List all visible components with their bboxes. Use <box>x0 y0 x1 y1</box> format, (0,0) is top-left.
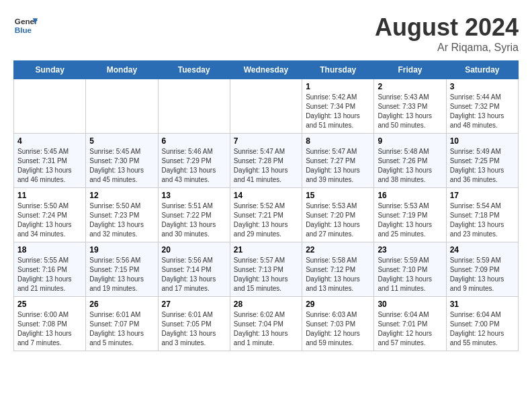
day-number: 16 <box>378 191 442 200</box>
day-number: 18 <box>17 245 82 255</box>
day-info: Sunrise: 6:00 AM Sunset: 7:08 PM Dayligh… <box>17 310 82 348</box>
calendar-day-cell: 21Sunrise: 5:57 AM Sunset: 7:13 PM Dayli… <box>230 242 302 297</box>
day-info: Sunrise: 5:48 AM Sunset: 7:26 PM Dayligh… <box>378 147 442 185</box>
calendar-day-cell: 10Sunrise: 5:49 AM Sunset: 7:25 PM Dayli… <box>446 134 518 188</box>
month-year: August 2024 <box>375 13 519 42</box>
calendar-day-cell: 3Sunrise: 5:44 AM Sunset: 7:32 PM Daylig… <box>446 79 518 134</box>
calendar-day-cell: 31Sunrise: 6:04 AM Sunset: 7:00 PM Dayli… <box>446 297 518 351</box>
day-number: 3 <box>450 82 515 91</box>
day-info: Sunrise: 6:01 AM Sunset: 7:07 PM Dayligh… <box>89 310 154 348</box>
weekday-header-cell: Wednesday <box>230 61 302 79</box>
day-number: 31 <box>450 300 515 309</box>
calendar-day-cell <box>158 79 230 134</box>
day-number: 1 <box>306 82 370 91</box>
day-number: 6 <box>162 136 226 146</box>
day-number: 30 <box>378 300 442 309</box>
day-info: Sunrise: 6:04 AM Sunset: 7:01 PM Dayligh… <box>378 310 442 348</box>
calendar-day-cell: 22Sunrise: 5:58 AM Sunset: 7:12 PM Dayli… <box>302 242 374 297</box>
day-number: 22 <box>306 245 370 255</box>
day-info: Sunrise: 6:01 AM Sunset: 7:05 PM Dayligh… <box>162 310 226 348</box>
calendar-day-cell: 27Sunrise: 6:01 AM Sunset: 7:05 PM Dayli… <box>158 297 230 351</box>
day-number: 24 <box>450 245 515 255</box>
day-number: 14 <box>234 191 298 200</box>
calendar-day-cell: 9Sunrise: 5:48 AM Sunset: 7:26 PM Daylig… <box>374 134 446 188</box>
weekday-header-cell: Sunday <box>14 61 86 79</box>
day-info: Sunrise: 5:53 AM Sunset: 7:20 PM Dayligh… <box>306 201 370 239</box>
calendar-table: SundayMondayTuesdayWednesdayThursdayFrid… <box>13 60 519 351</box>
calendar-day-cell: 4Sunrise: 5:45 AM Sunset: 7:31 PM Daylig… <box>14 134 86 188</box>
day-info: Sunrise: 5:58 AM Sunset: 7:12 PM Dayligh… <box>306 256 370 293</box>
day-info: Sunrise: 5:56 AM Sunset: 7:15 PM Dayligh… <box>89 256 154 293</box>
calendar-day-cell: 24Sunrise: 5:59 AM Sunset: 7:09 PM Dayli… <box>446 242 518 297</box>
calendar-week-row: 25Sunrise: 6:00 AM Sunset: 7:08 PM Dayli… <box>14 297 519 351</box>
calendar-week-row: 1Sunrise: 5:42 AM Sunset: 7:34 PM Daylig… <box>14 79 519 134</box>
day-info: Sunrise: 5:50 AM Sunset: 7:24 PM Dayligh… <box>17 201 82 239</box>
weekday-header-cell: Monday <box>86 61 158 79</box>
day-number: 12 <box>89 191 154 200</box>
calendar-week-row: 11Sunrise: 5:50 AM Sunset: 7:24 PM Dayli… <box>14 188 519 242</box>
day-number: 19 <box>89 245 154 255</box>
day-info: Sunrise: 5:53 AM Sunset: 7:19 PM Dayligh… <box>378 201 442 239</box>
calendar-day-cell: 20Sunrise: 5:56 AM Sunset: 7:14 PM Dayli… <box>158 242 230 297</box>
day-number: 8 <box>306 136 370 146</box>
day-info: Sunrise: 5:46 AM Sunset: 7:29 PM Dayligh… <box>162 147 226 185</box>
page-header: General Blue August 2024 Ar Riqama, Syri… <box>13 13 519 54</box>
day-number: 7 <box>234 136 298 146</box>
day-number: 27 <box>162 300 226 309</box>
day-number: 4 <box>17 136 82 146</box>
day-number: 9 <box>378 136 442 146</box>
day-number: 25 <box>17 300 82 309</box>
day-number: 26 <box>89 300 154 309</box>
calendar-week-row: 18Sunrise: 5:55 AM Sunset: 7:16 PM Dayli… <box>14 242 519 297</box>
calendar-day-cell: 25Sunrise: 6:00 AM Sunset: 7:08 PM Dayli… <box>14 297 86 351</box>
weekday-header-row: SundayMondayTuesdayWednesdayThursdayFrid… <box>14 61 519 79</box>
calendar-day-cell: 6Sunrise: 5:46 AM Sunset: 7:29 PM Daylig… <box>158 134 230 188</box>
svg-text:Blue: Blue <box>15 26 32 34</box>
day-info: Sunrise: 6:02 AM Sunset: 7:04 PM Dayligh… <box>234 310 298 348</box>
calendar-day-cell: 29Sunrise: 6:03 AM Sunset: 7:03 PM Dayli… <box>302 297 374 351</box>
weekday-header-cell: Friday <box>374 61 446 79</box>
day-number: 21 <box>234 245 298 255</box>
title-block: August 2024 Ar Riqama, Syria <box>375 13 519 54</box>
day-info: Sunrise: 5:59 AM Sunset: 7:09 PM Dayligh… <box>450 256 515 293</box>
day-info: Sunrise: 5:52 AM Sunset: 7:21 PM Dayligh… <box>234 201 298 239</box>
calendar-day-cell: 18Sunrise: 5:55 AM Sunset: 7:16 PM Dayli… <box>14 242 86 297</box>
calendar-day-cell: 7Sunrise: 5:47 AM Sunset: 7:28 PM Daylig… <box>230 134 302 188</box>
day-number: 2 <box>378 82 442 91</box>
day-info: Sunrise: 6:04 AM Sunset: 7:00 PM Dayligh… <box>450 310 515 348</box>
calendar-day-cell: 14Sunrise: 5:52 AM Sunset: 7:21 PM Dayli… <box>230 188 302 242</box>
day-number: 29 <box>306 300 370 309</box>
day-info: Sunrise: 5:45 AM Sunset: 7:30 PM Dayligh… <box>89 147 154 185</box>
day-info: Sunrise: 5:47 AM Sunset: 7:27 PM Dayligh… <box>306 147 370 185</box>
day-number: 11 <box>17 191 82 200</box>
calendar-day-cell <box>230 79 302 134</box>
calendar-day-cell: 15Sunrise: 5:53 AM Sunset: 7:20 PM Dayli… <box>302 188 374 242</box>
calendar-day-cell <box>86 79 158 134</box>
day-info: Sunrise: 5:54 AM Sunset: 7:18 PM Dayligh… <box>450 201 515 239</box>
day-info: Sunrise: 5:47 AM Sunset: 7:28 PM Dayligh… <box>234 147 298 185</box>
calendar-day-cell: 19Sunrise: 5:56 AM Sunset: 7:15 PM Dayli… <box>86 242 158 297</box>
calendar-day-cell: 26Sunrise: 6:01 AM Sunset: 7:07 PM Dayli… <box>86 297 158 351</box>
day-info: Sunrise: 5:55 AM Sunset: 7:16 PM Dayligh… <box>17 256 82 293</box>
day-info: Sunrise: 5:59 AM Sunset: 7:10 PM Dayligh… <box>378 256 442 293</box>
calendar-day-cell: 12Sunrise: 5:50 AM Sunset: 7:23 PM Dayli… <box>86 188 158 242</box>
day-number: 28 <box>234 300 298 309</box>
day-number: 20 <box>162 245 226 255</box>
calendar-day-cell: 11Sunrise: 5:50 AM Sunset: 7:24 PM Dayli… <box>14 188 86 242</box>
calendar-day-cell: 17Sunrise: 5:54 AM Sunset: 7:18 PM Dayli… <box>446 188 518 242</box>
calendar-day-cell: 5Sunrise: 5:45 AM Sunset: 7:30 PM Daylig… <box>86 134 158 188</box>
calendar-day-cell: 2Sunrise: 5:43 AM Sunset: 7:33 PM Daylig… <box>374 79 446 134</box>
calendar-day-cell: 30Sunrise: 6:04 AM Sunset: 7:01 PM Dayli… <box>374 297 446 351</box>
calendar-day-cell: 23Sunrise: 5:59 AM Sunset: 7:10 PM Dayli… <box>374 242 446 297</box>
day-number: 13 <box>162 191 226 200</box>
day-info: Sunrise: 5:49 AM Sunset: 7:25 PM Dayligh… <box>450 147 515 185</box>
day-info: Sunrise: 5:56 AM Sunset: 7:14 PM Dayligh… <box>162 256 226 293</box>
day-info: Sunrise: 5:51 AM Sunset: 7:22 PM Dayligh… <box>162 201 226 239</box>
calendar-day-cell <box>14 79 86 134</box>
calendar-body: 1Sunrise: 5:42 AM Sunset: 7:34 PM Daylig… <box>14 79 519 351</box>
day-number: 23 <box>378 245 442 255</box>
calendar-week-row: 4Sunrise: 5:45 AM Sunset: 7:31 PM Daylig… <box>14 134 519 188</box>
day-info: Sunrise: 5:42 AM Sunset: 7:34 PM Dayligh… <box>306 93 370 130</box>
day-number: 10 <box>450 136 515 146</box>
day-info: Sunrise: 5:43 AM Sunset: 7:33 PM Dayligh… <box>378 93 442 130</box>
